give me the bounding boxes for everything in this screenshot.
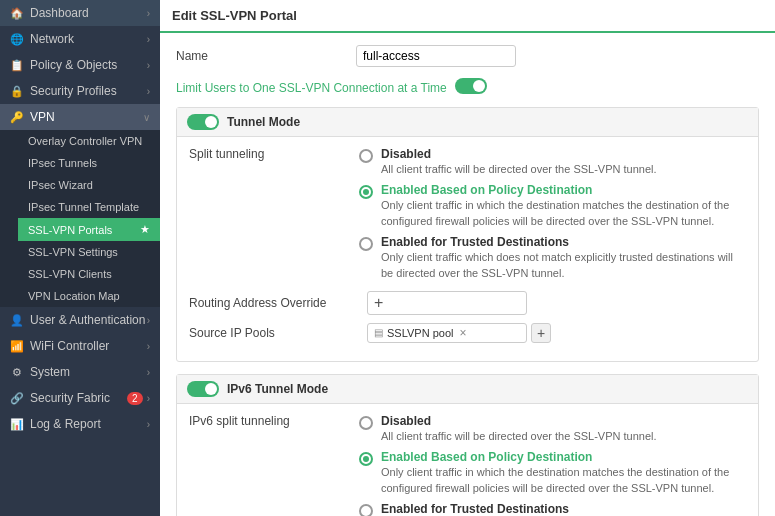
toggle-thumb-ipv6 xyxy=(205,383,217,395)
ipv6-radio-circle-disabled xyxy=(359,416,373,430)
ipv6-tunnel-mode-toggle[interactable] xyxy=(187,381,219,397)
sidebar-item-dashboard[interactable]: 🏠 Dashboard › xyxy=(0,0,160,26)
radio-disabled[interactable]: Disabled All client traffic will be dire… xyxy=(359,147,746,177)
sidebar: 🏠 Dashboard › 🌐 Network › 📋 Policy & Obj… xyxy=(0,0,160,516)
sidebar-item-overlay-controller-vpn[interactable]: Overlay Controller VPN xyxy=(18,130,160,152)
source-ip-add-btn[interactable]: + xyxy=(531,323,551,343)
ipv6-radio-enabled-policy[interactable]: Enabled Based on Policy Destination Only… xyxy=(359,450,746,496)
chevron-right-icon: › xyxy=(147,341,150,352)
ipv6-tunnel-mode-header: IPv6 Tunnel Mode xyxy=(177,375,758,404)
ipv6-radio-enabled-trusted[interactable]: Enabled for Trusted Destinations Only cl… xyxy=(359,502,746,516)
name-input[interactable] xyxy=(356,45,516,67)
toggle-track-ipv6 xyxy=(187,381,219,397)
dashboard-icon: 🏠 xyxy=(10,6,24,20)
tunnel-mode-title: Tunnel Mode xyxy=(227,115,300,129)
sidebar-item-security-fabric[interactable]: 🔗 Security Fabric 2 › xyxy=(0,385,160,411)
radio-enabled-policy[interactable]: Enabled Based on Policy Destination Only… xyxy=(359,183,746,229)
vpn-icon: 🔑 xyxy=(10,110,24,124)
ipv6-radio-text-enabled-policy: Enabled Based on Policy Destination Only… xyxy=(381,450,746,496)
radio-label-disabled: Disabled xyxy=(381,147,657,161)
radio-circle-enabled-trusted xyxy=(359,237,373,251)
sidebar-item-label: WiFi Controller xyxy=(30,339,109,353)
sidebar-sub-label: Overlay Controller VPN xyxy=(28,135,142,147)
sidebar-item-ipsec-tunnel-template[interactable]: IPsec Tunnel Template xyxy=(18,196,160,218)
sidebar-item-security-profiles[interactable]: 🔒 Security Profiles › xyxy=(0,78,160,104)
network-icon: 🌐 xyxy=(10,32,24,46)
ipv6-radio-label-disabled: Disabled xyxy=(381,414,657,428)
sidebar-item-vpn[interactable]: 🔑 VPN ∨ xyxy=(0,104,160,130)
ipv6-radio-desc-disabled: All client traffic will be directed over… xyxy=(381,429,657,444)
ipv6-radio-circle-enabled-policy xyxy=(359,452,373,466)
sidebar-item-system[interactable]: ⚙ System › xyxy=(0,359,160,385)
chevron-right-icon: › xyxy=(147,419,150,430)
sidebar-sub-label: IPsec Tunnel Template xyxy=(28,201,139,213)
sidebar-item-ssl-vpn-portals[interactable]: SSL-VPN Portals ★ xyxy=(18,218,160,241)
security-fabric-icon: 🔗 xyxy=(10,391,24,405)
radio-desc-enabled-trusted: Only client traffic which does not match… xyxy=(381,250,746,281)
sidebar-item-label: Security Fabric xyxy=(30,391,110,405)
tunnel-mode-toggle[interactable] xyxy=(187,114,219,130)
sidebar-item-policy-objects[interactable]: 📋 Policy & Objects › xyxy=(0,52,160,78)
split-tunneling-options: Disabled All client traffic will be dire… xyxy=(359,147,746,281)
chevron-right-icon: › xyxy=(147,34,150,45)
chevron-right-icon: › xyxy=(147,8,150,19)
radio-text-disabled: Disabled All client traffic will be dire… xyxy=(381,147,657,177)
radio-text-enabled-trusted: Enabled for Trusted Destinations Only cl… xyxy=(381,235,746,281)
routing-address-label: Routing Address Override xyxy=(189,296,359,310)
sidebar-item-ssl-vpn-clients[interactable]: SSL-VPN Clients xyxy=(18,263,160,285)
sidebar-item-ssl-vpn-settings[interactable]: SSL-VPN Settings xyxy=(18,241,160,263)
sidebar-item-label: Log & Report xyxy=(30,417,101,431)
limit-users-label[interactable]: Limit Users to One SSL-VPN Connection at… xyxy=(176,77,447,95)
ipv6-radio-circle-enabled-trusted xyxy=(359,504,373,516)
sidebar-item-label: Policy & Objects xyxy=(30,58,117,72)
radio-enabled-trusted[interactable]: Enabled for Trusted Destinations Only cl… xyxy=(359,235,746,281)
wifi-icon: 📶 xyxy=(10,339,24,353)
sidebar-item-ipsec-tunnels[interactable]: IPsec Tunnels xyxy=(18,152,160,174)
chevron-right-icon: › xyxy=(147,367,150,378)
name-label: Name xyxy=(176,45,356,63)
sidebar-sub-label: IPsec Tunnels xyxy=(28,157,97,169)
source-ip-pool-close[interactable]: × xyxy=(459,326,466,340)
split-tunneling-row: Split tunneling Disabled All client traf… xyxy=(189,147,746,281)
ipv6-radio-text-enabled-trusted: Enabled for Trusted Destinations Only cl… xyxy=(381,502,746,516)
chevron-right-icon: › xyxy=(147,86,150,97)
limit-users-toggle[interactable] xyxy=(455,78,487,94)
user-icon: 👤 xyxy=(10,313,24,327)
sidebar-item-label: VPN xyxy=(30,110,55,124)
sidebar-item-wifi-controller[interactable]: 📶 WiFi Controller › xyxy=(0,333,160,359)
sidebar-item-label: System xyxy=(30,365,70,379)
chevron-right-icon: › xyxy=(147,393,150,404)
sidebar-item-ipsec-wizard[interactable]: IPsec Wizard xyxy=(18,174,160,196)
tunnel-mode-section: Tunnel Mode Split tunneling Disabled All… xyxy=(176,107,759,362)
sidebar-item-log-report[interactable]: 📊 Log & Report › xyxy=(0,411,160,437)
sidebar-item-network[interactable]: 🌐 Network › xyxy=(0,26,160,52)
name-row: Name xyxy=(176,45,759,67)
toggle-thumb xyxy=(473,80,485,92)
sidebar-item-label: Security Profiles xyxy=(30,84,117,98)
policy-icon: 📋 xyxy=(10,58,24,72)
chevron-right-icon: › xyxy=(147,60,150,71)
radio-circle-enabled-policy xyxy=(359,185,373,199)
ipv6-radio-label-enabled-trusted: Enabled for Trusted Destinations xyxy=(381,502,746,516)
radio-label-enabled-trusted: Enabled for Trusted Destinations xyxy=(381,235,746,249)
routing-address-field: + xyxy=(367,291,527,315)
sidebar-item-user-auth[interactable]: 👤 User & Authentication › xyxy=(0,307,160,333)
radio-label-enabled-policy: Enabled Based on Policy Destination xyxy=(381,183,746,197)
routing-add-btn[interactable]: + xyxy=(374,294,383,312)
routing-address-row: Routing Address Override + xyxy=(189,291,746,315)
toggle-track xyxy=(455,78,487,94)
source-ip-pools-row: Source IP Pools ▤ SSLVPN pool × + xyxy=(189,323,746,343)
source-ip-tag-container: ▤ SSLVPN pool × xyxy=(367,323,527,343)
ipv6-radio-disabled[interactable]: Disabled All client traffic will be dire… xyxy=(359,414,746,444)
sidebar-sub-label: IPsec Wizard xyxy=(28,179,93,191)
limit-users-row: Limit Users to One SSL-VPN Connection at… xyxy=(176,77,759,95)
chevron-down-icon: ∨ xyxy=(143,112,150,123)
sidebar-sub-label: SSL-VPN Portals xyxy=(28,224,112,236)
star-icon: ★ xyxy=(140,223,150,236)
sidebar-item-label: User & Authentication xyxy=(30,313,145,327)
vpn-submenu: Overlay Controller VPN IPsec Tunnels IPs… xyxy=(0,130,160,307)
sidebar-item-vpn-location-map[interactable]: VPN Location Map xyxy=(18,285,160,307)
sidebar-item-label: Network xyxy=(30,32,74,46)
sidebar-sub-label: SSL-VPN Clients xyxy=(28,268,112,280)
radio-desc-disabled: All client traffic will be directed over… xyxy=(381,162,657,177)
